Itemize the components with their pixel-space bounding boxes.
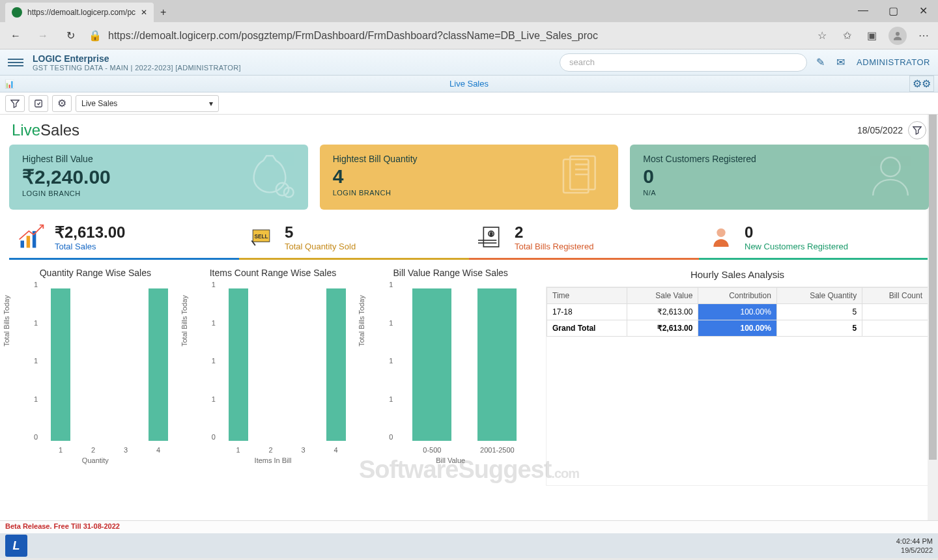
- bar: [149, 288, 168, 441]
- view-selector[interactable]: Live Sales ▾: [76, 95, 219, 112]
- person-icon: [865, 151, 916, 204]
- admin-label[interactable]: ADMINISTRATOR: [857, 57, 930, 67]
- table-header: Time: [547, 288, 627, 304]
- page-tab-label[interactable]: Live Sales: [449, 79, 489, 89]
- vertical-scrollbar[interactable]: [928, 115, 938, 520]
- tab-title: https://demoalt.logicerp.com/pc: [27, 8, 135, 17]
- taskbar: L 4:02:44 PM 19/5/2022: [0, 533, 938, 558]
- svg-point-20: [717, 229, 725, 237]
- sell-tag-icon: SELL: [247, 223, 276, 251]
- favorites-bar-icon[interactable]: ✩: [839, 28, 855, 44]
- svg-point-2: [276, 183, 289, 196]
- table-total-row: Grand Total₹2,613.00100.00%5: [547, 320, 928, 337]
- hourly-table: TimeSale ValueContributionSale QuantityB…: [546, 287, 929, 486]
- chart-1: Items Count Range Wise SalesTotal Bills …: [187, 268, 360, 486]
- search-input[interactable]: search: [560, 53, 807, 72]
- chevron-down-icon: ▾: [209, 99, 213, 108]
- receipt-icon: $: [477, 223, 505, 251]
- app-title: LOGIC Enterprise: [33, 53, 241, 64]
- new-tab-button[interactable]: +: [154, 3, 173, 22]
- svg-text:SELL: SELL: [254, 234, 268, 240]
- magic-wand-icon[interactable]: ✎: [816, 56, 825, 68]
- svg-point-9: [881, 158, 900, 176]
- table-header: Sale Quantity: [776, 288, 862, 304]
- page-settings-icon[interactable]: ⚙⚙: [909, 76, 934, 92]
- window-maximize-button[interactable]: ▢: [878, 0, 908, 21]
- stat-total-sales: ₹2,613.00Total Sales: [9, 219, 239, 258]
- svg-point-0: [896, 32, 900, 36]
- svg-text:$: $: [490, 232, 492, 236]
- bar: [51, 288, 70, 441]
- bar: [412, 288, 451, 441]
- stat-new-customers: 0New Customers Registered: [699, 219, 929, 258]
- app-header: LOGIC Enterprise GST TESTING DATA - MAIN…: [0, 49, 938, 76]
- stat-total-qty: SELL 5Total Quantity Sold: [239, 219, 469, 258]
- back-button[interactable]: ←: [7, 27, 25, 45]
- forward-button[interactable]: →: [34, 27, 52, 45]
- filter-button[interactable]: [5, 95, 25, 112]
- documents-icon: [552, 151, 605, 207]
- chart-icon[interactable]: 📊: [0, 79, 18, 89]
- kpi-highest-bill-qty: Hightest Bill Quantity 4 LOGIN BRANCH: [320, 145, 619, 210]
- user-icon: [707, 223, 735, 251]
- bar: [326, 288, 346, 441]
- window-close-button[interactable]: ✕: [908, 0, 938, 21]
- mail-icon[interactable]: ✉: [836, 56, 845, 68]
- svg-rect-1: [35, 100, 42, 107]
- taskbar-app-icon[interactable]: L: [5, 535, 27, 557]
- date-filter-button[interactable]: [908, 121, 926, 139]
- tab-close-icon[interactable]: ✕: [141, 8, 147, 17]
- url-text: https://demoalt.logicerp.com/posgztemp/F…: [108, 30, 598, 42]
- table-header: Bill Count: [862, 288, 928, 304]
- money-bag-icon: [244, 151, 295, 204]
- window-minimize-button[interactable]: —: [848, 0, 878, 21]
- settings-button[interactable]: ⚙: [52, 95, 72, 112]
- table-header: Sale Value: [627, 288, 698, 304]
- app-subtitle: GST TESTING DATA - MAIN | 2022-2023] [AD…: [33, 64, 241, 72]
- chart-title: Items Count Range Wise Sales: [187, 268, 360, 278]
- lock-icon: 🔒: [89, 29, 102, 42]
- browser-tab[interactable]: https://demoalt.logicerp.com/pc ✕: [5, 3, 154, 22]
- more-menu-icon[interactable]: ⋯: [916, 28, 931, 44]
- svg-rect-5: [571, 156, 595, 189]
- hourly-table-title: Hourly Sales Analysis: [546, 269, 929, 280]
- taskbar-clock: 4:02:44 PM 19/5/2022: [896, 537, 933, 555]
- kpi-highest-bill-value: Highest Bill Value ₹2,240.00 LOGIN BRANC…: [9, 145, 308, 210]
- page-title: LiveSales: [12, 121, 79, 139]
- beta-release-banner: Beta Release. Free Till 31-08-2022: [0, 520, 938, 533]
- growth-chart-icon: [17, 223, 46, 251]
- profile-avatar[interactable]: [888, 27, 907, 45]
- refresh-button[interactable]: ↻: [61, 27, 79, 45]
- collections-icon[interactable]: ▣: [864, 28, 879, 44]
- svg-rect-10: [21, 241, 25, 248]
- favorite-star-icon[interactable]: ☆: [814, 28, 830, 44]
- chart-2: Bill Value Range Wise SalesTotal Bills T…: [364, 268, 537, 486]
- date-display: 18/05/2022: [857, 125, 903, 135]
- chart-0: Quantity Range Wise SalesTotal Bills Tod…: [9, 268, 182, 486]
- svg-rect-11: [27, 236, 30, 247]
- bar: [477, 288, 517, 441]
- chart-title: Bill Value Range Wise Sales: [364, 268, 537, 278]
- address-bar[interactable]: 🔒 https://demoalt.logicerp.com/posgztemp…: [89, 29, 805, 42]
- table-header: Contribution: [698, 288, 776, 304]
- bar: [229, 288, 248, 441]
- tab-favicon: [12, 7, 22, 18]
- table-row[interactable]: 17-18₹2,613.00100.00%5: [547, 304, 928, 320]
- chart-title: Quantity Range Wise Sales: [9, 268, 182, 278]
- hamburger-menu-button[interactable]: [8, 55, 23, 70]
- refresh-data-button[interactable]: [29, 95, 48, 112]
- kpi-most-customers: Most Customers Registered 0 N/A: [630, 145, 929, 210]
- stat-total-bills: $ 2Total Bills Registered: [469, 219, 699, 258]
